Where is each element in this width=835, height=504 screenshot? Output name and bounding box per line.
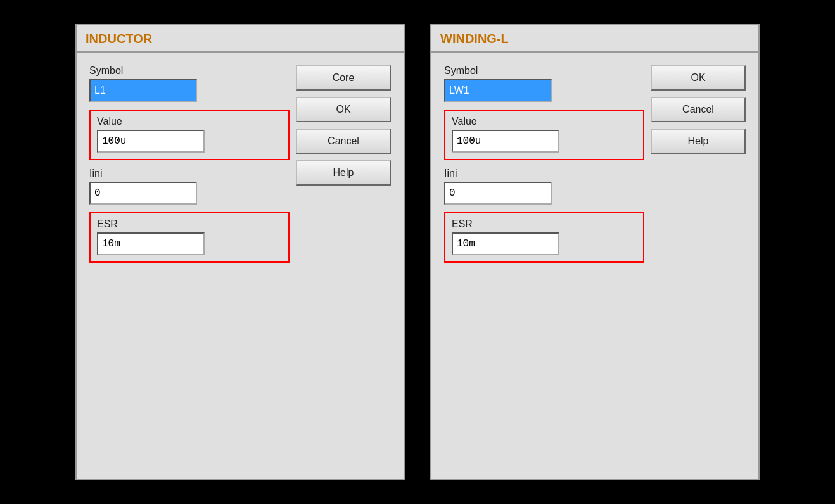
inductor-value-input[interactable]	[97, 130, 205, 153]
inductor-esr-input[interactable]	[97, 232, 205, 255]
winding-buttons: OK Cancel Help	[651, 65, 746, 154]
winding-title: WINDING-L	[440, 32, 509, 46]
inductor-symbol-label: Symbol	[89, 65, 290, 77]
inductor-ok-button[interactable]: OK	[296, 97, 391, 122]
inductor-help-button[interactable]: Help	[296, 160, 391, 186]
inductor-iini-input[interactable]	[89, 182, 197, 205]
winding-iini-section: Iini	[444, 168, 644, 205]
inductor-iini-section: Iini	[89, 168, 290, 205]
winding-iini-input[interactable]	[444, 182, 552, 205]
inductor-title: INDUCTOR	[86, 32, 152, 46]
winding-help-button[interactable]: Help	[651, 129, 746, 154]
winding-dialog: WINDING-L Symbol Value	[430, 24, 760, 480]
inductor-esr-label: ESR	[97, 218, 282, 230]
winding-cancel-button[interactable]: Cancel	[651, 97, 746, 122]
inductor-symbol-section: Symbol	[89, 65, 290, 102]
inductor-core-button[interactable]: Core	[296, 65, 391, 91]
winding-esr-group: ESR	[444, 212, 644, 263]
winding-value-input[interactable]	[452, 130, 559, 153]
winding-iini-label: Iini	[444, 168, 644, 179]
winding-esr-label: ESR	[452, 218, 637, 230]
inductor-value-label: Value	[97, 116, 282, 127]
winding-ok-button[interactable]: OK	[651, 65, 746, 91]
winding-title-bar: WINDING-L	[431, 25, 758, 53]
winding-symbol-label: Symbol	[444, 65, 644, 77]
winding-value-group: Value	[444, 110, 644, 160]
winding-value-label: Value	[452, 116, 637, 127]
winding-esr-input[interactable]	[452, 232, 559, 255]
inductor-title-bar: INDUCTOR	[77, 25, 404, 53]
inductor-dialog: INDUCTOR Symbol Value Iin	[75, 24, 405, 480]
inductor-esr-group: ESR	[89, 212, 290, 263]
inductor-symbol-input[interactable]	[89, 79, 197, 102]
inductor-iini-label: Iini	[89, 168, 290, 179]
inductor-cancel-button[interactable]: Cancel	[296, 129, 391, 154]
winding-symbol-section: Symbol	[444, 65, 644, 102]
inductor-value-group: Value	[89, 110, 290, 160]
winding-symbol-input[interactable]	[444, 79, 552, 102]
inductor-buttons: Core OK Cancel Help	[296, 65, 391, 186]
